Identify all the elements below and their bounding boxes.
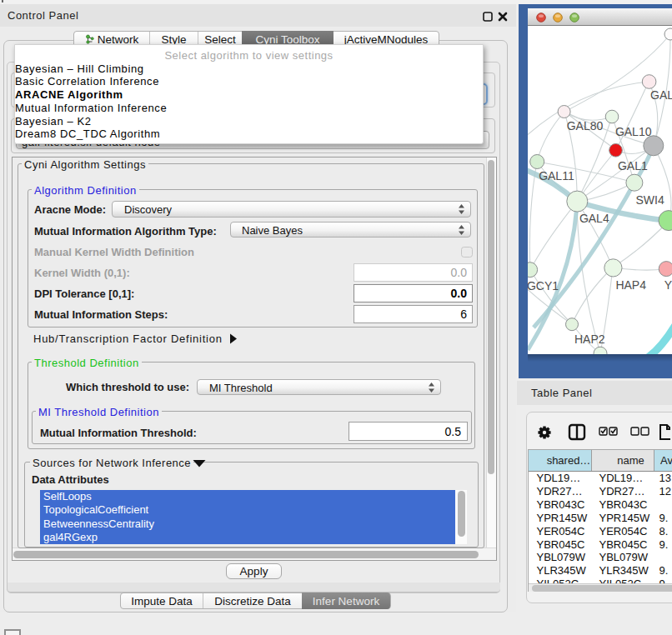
svg-text:GAL4: GAL4: [579, 212, 609, 225]
svg-text:YJ: YJ: [664, 278, 672, 292]
svg-text:GAL80: GAL80: [567, 119, 604, 132]
svg-text:SWI4: SWI4: [635, 193, 664, 207]
svg-text:GAL11: GAL11: [539, 169, 574, 182]
svg-text:GAL2: GAL2: [650, 88, 672, 102]
svg-text:HAP2: HAP2: [574, 332, 605, 346]
svg-text:GCY1: GCY1: [528, 279, 559, 292]
svg-text:GAL10: GAL10: [615, 125, 652, 138]
svg-text:HAP4: HAP4: [615, 278, 646, 292]
svg-text:GAL1: GAL1: [618, 159, 648, 172]
